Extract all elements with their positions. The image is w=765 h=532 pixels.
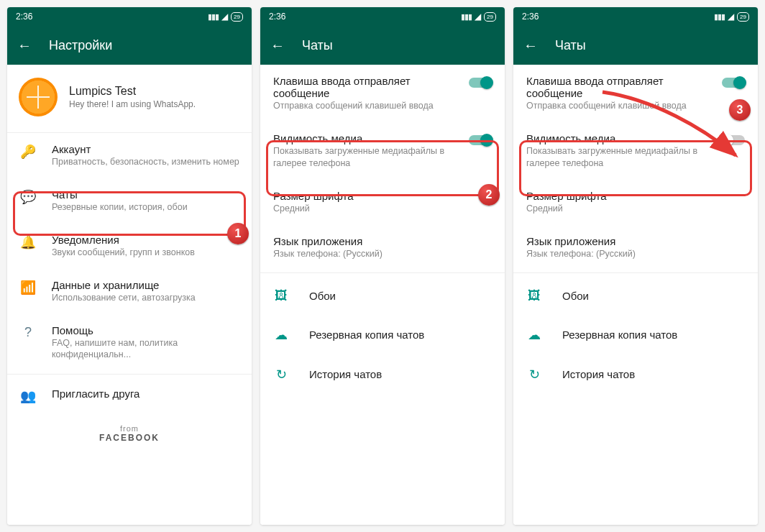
wifi-icon: ◢ [728,12,734,22]
menu-title: Чаты [52,188,240,201]
help-icon: ? [20,325,36,340]
action-label: История чатов [562,368,635,380]
cloud-up-icon: ☁ [273,327,289,343]
menu-title: Пригласить друга [52,387,240,400]
action-label: История чатов [309,368,382,380]
setting-media-visibility[interactable]: Видимость медиа Показывать загруженные м… [260,122,505,180]
data-icon: 📶 [20,280,36,295]
setting-title: Размер шрифта [273,190,492,202]
menu-help[interactable]: ? Помощь FAQ, напишите нам, политика кон… [7,314,252,372]
menu-data[interactable]: 📶 Данные и хранилище Использование сети,… [7,269,252,314]
footer-from: from [7,424,252,433]
setting-sub: Отправка сообщений клавишей ввода [273,100,460,112]
action-wallpaper[interactable]: 🖼 Обои [513,276,758,315]
title-bar: ← Чаты [260,26,505,65]
setting-font-size[interactable]: Размер шрифта Средний [260,180,505,225]
cloud-up-icon: ☁ [526,327,542,343]
setting-title: Видимость медиа [273,132,460,145]
setting-title: Клавиша ввода отправляет сообщение [526,75,713,99]
back-arrow-icon[interactable]: ← [523,38,538,52]
setting-sub: Язык телефона: (Русский) [526,248,745,260]
title-bar: ← Чаты [513,26,758,65]
profile-name: Lumpics Test [69,85,196,98]
content-area: Клавиша ввода отправляет сообщение Отпра… [260,65,505,525]
wifi-icon: ◢ [221,12,228,22]
setting-sub: Средний [526,203,745,215]
setting-app-language[interactable]: Язык приложения Язык телефона: (Русский) [513,225,758,270]
signal-icon: ▮▮▮ [714,12,725,22]
setting-media-visibility[interactable]: Видимость медиа Показывать загруженные м… [513,122,758,180]
action-label: Резервная копия чатов [562,329,677,341]
signal-icon: ▮▮▮ [461,12,472,22]
menu-notifications[interactable]: 🔔 Уведомления Звуки сообщений, групп и з… [7,224,252,269]
status-icons: ▮▮▮ ◢ 29 [208,12,243,22]
menu-chats[interactable]: 💬 Чаты Резервные копии, история, обои [7,178,252,224]
page-title: Чаты [302,38,333,53]
wallpaper-icon: 🖼 [273,288,289,303]
setting-app-language[interactable]: Язык приложения Язык телефона: (Русский) [260,225,505,270]
action-history[interactable]: ↻ История чатов [260,354,505,394]
setting-enter-sends[interactable]: Клавиша ввода отправляет сообщение Отпра… [260,65,505,122]
chat-icon: 💬 [20,189,36,205]
toggle-switch[interactable] [722,78,745,88]
menu-title: Аккаунт [52,143,240,155]
menu-sub: Приватность, безопасность, изменить номе… [52,156,240,168]
footer-brand: FACEBOOK [7,433,252,443]
battery-icon: 29 [737,12,749,22]
status-bar: 2:36 ▮▮▮ ◢ 29 [7,7,252,26]
history-icon: ↻ [526,367,542,382]
setting-font-size[interactable]: Размер шрифта Средний [513,180,758,225]
action-backup[interactable]: ☁ Резервная копия чатов [260,315,505,354]
phone-screen-2: 2:36 ▮▮▮ ◢ 29 ← Чаты Клавиша ввода отпра… [260,7,505,525]
menu-invite[interactable]: 👥 Пригласить друга [7,377,252,414]
menu-sub: Резервные копии, история, обои [52,201,240,214]
avatar [19,78,58,116]
status-time: 2:36 [269,12,285,22]
status-icons: ▮▮▮ ◢ 29 [714,12,749,22]
setting-sub: Показывать загруженные медиафайлы в гале… [526,145,713,170]
setting-title: Размер шрифта [526,190,745,202]
setting-enter-sends[interactable]: Клавиша ввода отправляет сообщение Отпра… [513,65,758,122]
menu-title: Данные и хранилище [52,279,240,291]
back-arrow-icon[interactable]: ← [17,38,32,52]
wifi-icon: ◢ [475,12,481,22]
action-label: Резервная копия чатов [309,329,424,341]
toggle-switch[interactable] [722,135,745,145]
setting-title: Видимость медиа [526,132,713,145]
history-icon: ↻ [273,367,289,382]
action-backup[interactable]: ☁ Резервная копия чатов [513,315,758,354]
menu-sub: Звуки сообщений, групп и звонков [52,247,240,259]
toggle-switch[interactable] [469,135,492,145]
setting-title: Язык приложения [273,235,492,247]
page-title: Чаты [555,38,586,53]
menu-title: Помощь [52,324,240,336]
back-arrow-icon[interactable]: ← [270,38,285,52]
setting-title: Язык приложения [526,235,745,247]
action-label: Обои [562,290,589,302]
setting-sub: Язык телефона: (Русский) [273,248,492,260]
status-bar: 2:36 ▮▮▮ ◢ 29 [513,7,758,26]
menu-sub: Использование сети, автозагрузка [52,292,240,304]
setting-title: Клавиша ввода отправляет сообщение [273,75,460,99]
battery-icon: 29 [231,12,243,22]
key-icon: 🔑 [20,144,36,160]
menu-account[interactable]: 🔑 Аккаунт Приватность, безопасность, изм… [7,133,252,178]
status-time: 2:36 [16,12,32,22]
toggle-switch[interactable] [469,78,492,88]
profile-row[interactable]: Lumpics Test Hey there! I am using Whats… [7,65,252,133]
battery-icon: 29 [484,12,496,22]
phone-screen-1: 2:36 ▮▮▮ ◢ 29 ← Настройки Lumpics Test H… [7,7,252,525]
wallpaper-icon: 🖼 [526,288,542,303]
page-title: Настройки [49,38,112,53]
setting-sub: Показывать загруженные медиафайлы в гале… [273,145,460,170]
setting-sub: Средний [273,203,492,215]
footer: from FACEBOOK [7,414,252,453]
status-time: 2:36 [522,12,539,22]
divider [513,272,758,273]
title-bar: ← Настройки [7,26,252,65]
action-wallpaper[interactable]: 🖼 Обои [260,276,505,315]
setting-sub: Отправка сообщений клавишей ввода [526,100,713,112]
action-history[interactable]: ↻ История чатов [513,354,758,394]
profile-status: Hey there! I am using WhatsApp. [69,99,196,109]
action-label: Обои [309,290,336,302]
